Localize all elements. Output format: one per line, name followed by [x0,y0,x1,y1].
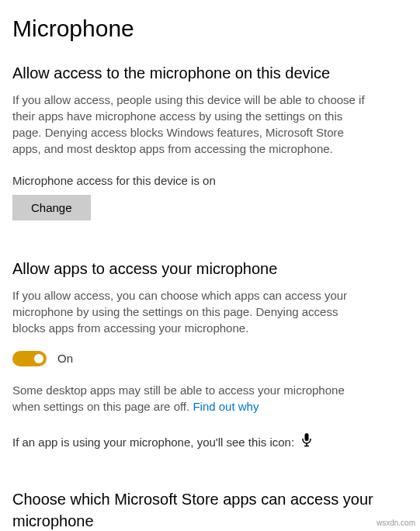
device-access-heading: Allow access to the microphone on this d… [12,62,408,84]
mic-usage-note-row: If an app is using your microphone, you'… [12,433,408,451]
app-access-toggle-label: On [57,350,73,366]
device-access-status: Microphone access for this device is on [12,172,408,189]
app-access-heading: Allow apps to access your microphone [12,258,408,279]
choose-apps-heading: Choose which Microsoft Store apps can ac… [12,488,408,531]
find-out-why-link[interactable]: Find out why [193,400,259,413]
device-access-description: If you allow access, people using this d… [12,92,370,157]
app-access-section: Allow apps to access your microphone If … [12,258,408,451]
mic-usage-note: If an app is using your microphone, you'… [12,434,294,450]
page-title: Microphone [12,12,408,45]
choose-apps-section: Choose which Microsoft Store apps can ac… [12,488,408,531]
toggle-knob [34,354,43,363]
app-access-toggle-row: On [12,350,408,366]
desktop-apps-note-text: Some desktop apps may still be able to a… [12,384,345,413]
svg-rect-0 [305,433,309,441]
app-access-toggle[interactable] [12,351,47,366]
app-access-description: If you allow access, you can choose whic… [12,287,370,336]
watermark: wsxdn.com [377,518,415,529]
change-button[interactable]: Change [12,195,91,220]
device-access-section: Allow access to the microphone on this d… [12,62,408,220]
desktop-apps-note: Some desktop apps may still be able to a… [12,382,370,415]
microphone-icon [302,433,311,451]
